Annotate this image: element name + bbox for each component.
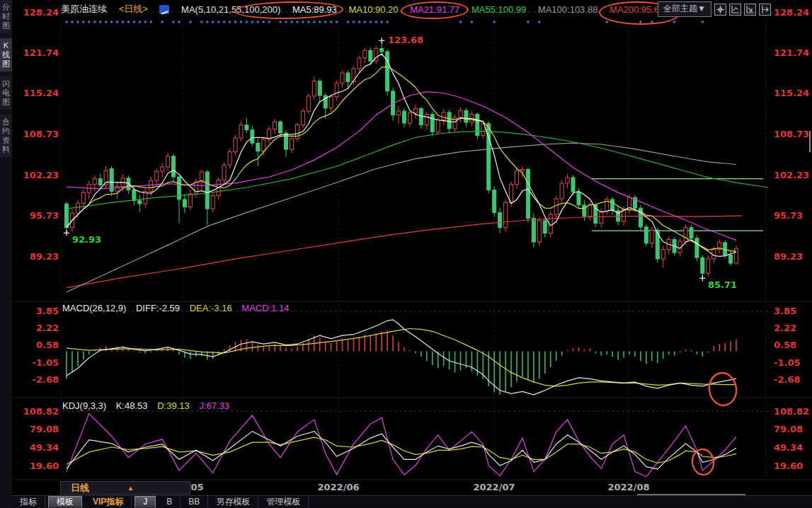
- x-axis-label: 2022/06: [317, 482, 359, 492]
- ma55-value: MA55:100.99: [471, 4, 526, 15]
- tab-b[interactable]: B: [159, 497, 181, 507]
- y-axis-label: 115.24: [774, 88, 809, 98]
- chevron-up-icon: ▲: [127, 485, 134, 492]
- macd-bar-value: MACD:1.14: [241, 303, 289, 313]
- sidebar-item-time-share[interactable]: 分时图: [0, 0, 12, 33]
- ma10-value: MA10:90.20: [348, 4, 398, 15]
- ma-settings-label: MA(5,10,21,55,100,200): [181, 4, 280, 15]
- ma100-value: MA100:103.88: [538, 4, 598, 15]
- y-axis-label: -2.68: [774, 374, 800, 385]
- y-axis-label: 79.08: [30, 424, 59, 434]
- symbol-name[interactable]: 美原油连续: [61, 4, 107, 14]
- chart-type-sidebar: 分时图 K线图 闪电图 合约资料: [0, 0, 12, 508]
- macd-diff-value: DIFF:-2.59: [136, 303, 180, 313]
- y-axis-label: 95.73: [774, 210, 803, 221]
- x-axis-label: 2022/08: [607, 482, 649, 492]
- bottom-toolbar: 指标 模板 VIP指标 J B BB 另存模板 管理模板: [12, 495, 812, 508]
- y-axis-label: 89.23: [774, 251, 803, 262]
- y-axis-label: 128.24: [23, 7, 59, 18]
- y-axis-label: 2.22: [36, 323, 59, 333]
- y-axis-label: -1.05: [774, 357, 800, 368]
- price-annotation: 92.93: [72, 234, 101, 245]
- ma5-value: MA5:89.93: [292, 4, 337, 15]
- macd-golden-cross-circle: [707, 371, 738, 408]
- y-axis-label: 108.73: [23, 129, 59, 139]
- y-axis-label: 102.23: [23, 170, 59, 180]
- x-axis-label: 2022/07: [473, 482, 515, 492]
- axis-scale-icon[interactable]: [729, 4, 741, 16]
- y-axis-label: 79.08: [774, 424, 803, 434]
- pan-right-icon[interactable]: [759, 4, 771, 16]
- tab-manage-template[interactable]: 管理模板: [258, 497, 309, 507]
- top-right-controls: 全部主题▼: [658, 1, 771, 17]
- y-axis-label: 49.34: [30, 442, 59, 453]
- period-label: 日线: [71, 482, 89, 495]
- theme-dropdown-button[interactable]: 全部主题▼: [658, 1, 711, 17]
- trading-app-window: 分时图 K线图 闪电图 合约资料 2022/052022/062022/0720…: [0, 0, 812, 508]
- y-axis-label: 0.58: [36, 340, 59, 350]
- ma200-value: MA200:95.62: [610, 4, 664, 15]
- y-axis-label: 115.24: [23, 88, 59, 98]
- tab-bb[interactable]: BB: [181, 497, 208, 507]
- crosshair-icon[interactable]: [714, 4, 726, 16]
- y-axis-label: 102.23: [774, 170, 809, 180]
- main-chart-legend: 美原油连续 <日线> MA(5,10,21,55,100,200) MA5:89…: [61, 3, 673, 16]
- kdj-title: KDJ(9,3,3): [62, 400, 106, 411]
- tab-j[interactable]: J: [135, 496, 156, 508]
- price-annotation: 123.68: [388, 35, 423, 45]
- y-axis-label: 108.73: [774, 129, 809, 139]
- tab-indicators[interactable]: 指标: [12, 497, 45, 507]
- price-annotation: 85.71: [708, 279, 737, 290]
- macd-header[interactable]: MACD(26,12,9) DIFF:-2.59 DEA:-3.16 MACD:…: [62, 303, 297, 313]
- y-axis-label: 108.82: [23, 406, 59, 417]
- y-axis-label: 2.22: [774, 323, 796, 333]
- tab-vip-indicators[interactable]: VIP指标: [85, 497, 132, 507]
- tab-save-template[interactable]: 另存模板: [208, 497, 258, 507]
- y-axis-label: 95.73: [30, 210, 59, 221]
- sidebar-item-lightning[interactable]: 闪电图: [0, 76, 12, 110]
- kdj-k-value: K:48.53: [116, 400, 148, 411]
- sidebar-item-kline[interactable]: K线图: [0, 38, 12, 71]
- chart-canvas[interactable]: 2022/052022/062022/072022/0892.93123.688…: [0, 0, 812, 508]
- y-axis-label: 3.85: [774, 306, 796, 316]
- y-axis-label: 128.24: [774, 7, 809, 18]
- y-axis-label: 0.58: [774, 340, 796, 350]
- y-axis-label: 121.74: [774, 47, 809, 58]
- y-axis-label: 121.74: [23, 47, 59, 58]
- y-axis-label: 3.85: [36, 306, 59, 316]
- kline-chart-icon[interactable]: [159, 5, 169, 14]
- kdj-j-value: J:67.33: [199, 400, 229, 411]
- kdj-d-value: D:39.13: [157, 400, 190, 411]
- y-axis-label: 19.60: [30, 461, 59, 471]
- tab-templates[interactable]: 模板: [48, 496, 82, 508]
- kdj-header[interactable]: KDJ(9,3,3) K:48.53 D:39.13 J:67.33: [62, 400, 236, 411]
- period-selector[interactable]: 日线 ▲: [60, 481, 190, 495]
- zoom-area-icon[interactable]: [744, 4, 756, 16]
- y-axis-label: -1.05: [33, 357, 59, 368]
- y-axis-label: 49.34: [774, 442, 803, 453]
- y-axis-label: -2.68: [33, 374, 59, 385]
- y-axis-label: 19.60: [774, 461, 803, 471]
- ma21-value: MA21:91.77: [410, 4, 459, 15]
- y-axis-label: 108.82: [774, 406, 809, 417]
- sidebar-item-contract-info[interactable]: 合约资料: [0, 115, 12, 157]
- y-axis-label: 89.23: [30, 251, 59, 262]
- period-tag[interactable]: <日线>: [119, 4, 148, 14]
- macd-title: MACD(26,12,9): [62, 303, 126, 313]
- macd-dea-value: DEA:-3.16: [190, 303, 232, 313]
